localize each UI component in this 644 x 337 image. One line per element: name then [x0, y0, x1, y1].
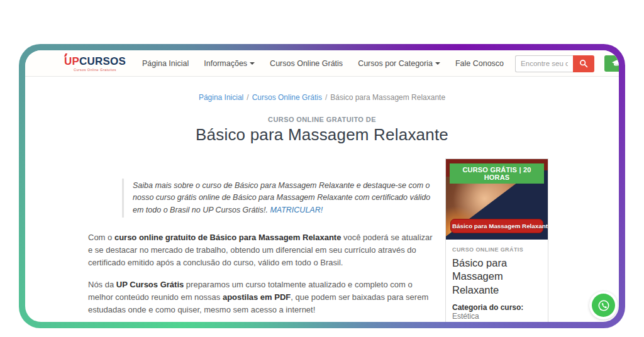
- page-title: Básico para Massagem Relaxante: [25, 125, 619, 145]
- course-card-kicker: CURSO ONLINE GRÁTIS: [452, 246, 541, 253]
- breadcrumb-link-home[interactable]: Página Inicial: [199, 93, 243, 102]
- nav-item-informacoes[interactable]: Informações: [204, 59, 255, 68]
- search-form: [515, 55, 594, 72]
- logo-tagline: Cursos Online Gratuitos: [64, 68, 126, 72]
- search-icon: [579, 59, 588, 68]
- breadcrumb-separator: /: [325, 93, 327, 102]
- chevron-down-icon: [435, 62, 440, 65]
- nav-item-pagina-inicial[interactable]: Página Inicial: [142, 59, 189, 68]
- logo[interactable]: UPCURSOS Cursos Online Gratuitos: [64, 56, 126, 72]
- chevron-down-icon: [250, 62, 255, 65]
- graduation-cap-icon: [612, 60, 619, 67]
- breadcrumb-link-cursos[interactable]: Cursos Online Grátis: [252, 93, 322, 102]
- breadcrumb-separator: /: [247, 93, 248, 102]
- nav-item-cursos-online-gratis[interactable]: Cursos Online Grátis: [270, 59, 343, 68]
- course-image: CURSO GRÁTIS | 20 HORAS Básico para Mass…: [446, 159, 548, 240]
- paragraph: Nós da UP Cursos Grátis preparamos um cu…: [88, 279, 434, 316]
- matricular-link[interactable]: MATRICULAR!: [270, 206, 323, 214]
- whatsapp-icon: [596, 297, 612, 314]
- course-category: Categoria do curso: Estética: [452, 303, 541, 321]
- browser-viewport: UPCURSOS Cursos Online Gratuitos Página …: [25, 50, 619, 322]
- page-background: { "brand": { "logo_up": "UP", "logo_curs…: [0, 0, 644, 337]
- intro-quote: Saiba mais sobre o curso de Básico para …: [122, 179, 434, 218]
- course-image-banner: Básico para Massagem Relaxante: [450, 219, 543, 233]
- content-columns: Saiba mais sobre o curso de Básico para …: [88, 158, 548, 322]
- course-card-title: Básico para Massagem Relaxante: [452, 257, 541, 297]
- main-nav: Página Inicial Informações Cursos Online…: [142, 59, 504, 68]
- intro-quote-text: Saiba mais sobre o curso de Básico para …: [133, 180, 434, 216]
- whatsapp-circle: [592, 294, 615, 317]
- search-button[interactable]: [573, 55, 594, 72]
- nav-item-cursos-por-categoria[interactable]: Cursos por Categoria: [358, 59, 440, 68]
- breadcrumb-current: Básico para Massagem Relaxante: [330, 93, 445, 102]
- breadcrumb: Página Inicial/Cursos Online Grátis/Bási…: [25, 93, 619, 102]
- logo-up: UP: [64, 55, 79, 67]
- page-kicker: CURSO ONLINE GRATUITO DE: [25, 116, 619, 123]
- whatsapp-button[interactable]: [589, 291, 618, 319]
- nav-item-fale-conosco[interactable]: Fale Conosco: [455, 59, 504, 68]
- course-card: CURSO GRÁTIS | 20 HORAS Básico para Mass…: [445, 158, 548, 322]
- logo-text: UPCURSOS: [64, 56, 126, 67]
- paragraph: Com o curso online gratuito de Básico pa…: [88, 231, 434, 269]
- study-area-button[interactable]: Área de Estudos: [604, 55, 619, 72]
- logo-cursos: CURSOS: [79, 55, 126, 67]
- free-course-ribbon: CURSO GRÁTIS | 20 HORAS: [450, 163, 544, 184]
- course-card-body: CURSO ONLINE GRÁTIS Básico para Massagem…: [446, 240, 548, 322]
- article-column: Saiba mais sobre o curso de Básico para …: [88, 158, 434, 322]
- site-header: UPCURSOS Cursos Online Gratuitos Página …: [25, 50, 619, 77]
- gradient-frame: UPCURSOS Cursos Online Gratuitos Página …: [19, 44, 625, 328]
- search-input[interactable]: [515, 55, 573, 72]
